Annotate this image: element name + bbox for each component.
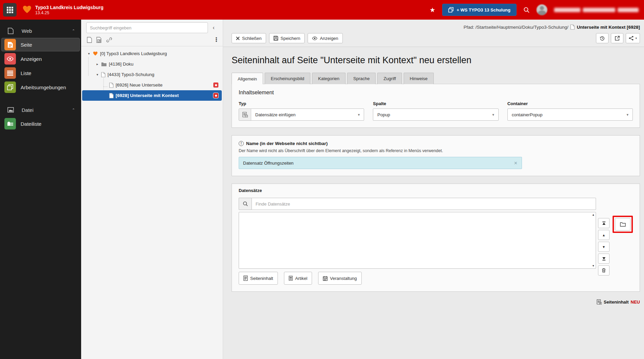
add-veranstaltung-button[interactable]: Veranstaltung (318, 272, 362, 285)
page-icon (570, 24, 575, 30)
new-page-from-clipboard-icon[interactable] (96, 37, 102, 43)
trash-icon (602, 268, 606, 273)
name-field-label: Name (in der Webseite nicht sichtbar) (246, 141, 328, 146)
site-title: Typo3 Landkreis Ludwigsburg (35, 5, 103, 10)
move-to-bottom-button[interactable] (598, 254, 610, 264)
site-identity: Typo3 Landkreis Ludwigsburg 13.4.25 (35, 5, 103, 15)
tree-node-neue-unterseite[interactable]: [6926] Neue Unterseite (82, 80, 222, 90)
folder-icon (101, 62, 107, 67)
restricted-page-badge (213, 82, 218, 88)
workspace-versions-icon (448, 7, 454, 13)
history-button[interactable] (596, 33, 609, 43)
user-display-name-redacted[interactable] (554, 8, 639, 12)
tree-node-typo3-schulung[interactable]: ▾ [4433] Typo3-Schulung (82, 69, 222, 80)
mount-link-icon[interactable] (106, 37, 112, 43)
module-item-arbeitsumgebungen[interactable]: Arbeitsumgebungen (1, 80, 80, 94)
add-artikel-button[interactable]: Artikel (284, 272, 312, 285)
liste-module-icon (4, 67, 16, 79)
tab-sprache[interactable]: Sprache (347, 73, 376, 84)
restricted-page-badge (213, 93, 218, 98)
arbeitsumgebungen-module-icon (4, 81, 16, 93)
typ-select[interactable]: Datensätze einfügen ▾ (239, 109, 364, 121)
module-menu: Web ⌃ Seite Anzeigen Liste Arbeits (0, 20, 81, 359)
user-avatar[interactable] (536, 4, 547, 15)
tab-allgemein[interactable]: Allgemein (232, 73, 263, 84)
folder-icon (620, 222, 626, 227)
spalte-select[interactable]: Popup ▾ (373, 109, 498, 121)
container-select[interactable]: containerPopup ▾ (507, 109, 633, 121)
field-spalte: Spalte Popup ▾ (373, 101, 498, 121)
add-seiteninhalt-button[interactable]: Seiteninhalt (239, 272, 278, 285)
chevron-down-icon[interactable]: ▾ (87, 52, 91, 55)
page-title: Seiteninhalt auf Seite "Unterseite mit K… (232, 55, 640, 66)
module-item-anzeigen[interactable]: Anzeigen (1, 52, 80, 66)
content-element-icon (243, 276, 248, 281)
chevron-down-icon: ▾ (354, 113, 364, 117)
module-menu-toggle-button[interactable] (3, 3, 17, 17)
browse-records-button[interactable] (615, 218, 630, 231)
page-icon (109, 82, 114, 88)
form-tabs: Allgemein Erscheinungsbild Kategorien Sp… (232, 72, 640, 84)
scroll-down-icon[interactable]: ▼ (592, 264, 595, 267)
page-tree-panel: ‹ ••• ▾ [0] Typo3 (81, 20, 223, 359)
tree-search-input[interactable] (86, 22, 208, 33)
delete-button[interactable] (598, 265, 610, 276)
chevron-right-icon[interactable]: ▸ (95, 62, 100, 66)
section-datensaetze: Datensätze ▲ ▼ (232, 184, 640, 292)
scroll-up-icon[interactable]: ▲ (592, 213, 595, 216)
info-icon: ! (239, 141, 244, 146)
tab-zugriff[interactable]: Zugriff (377, 73, 402, 84)
open-in-new-window-button[interactable] (611, 33, 623, 43)
page-icon (109, 93, 114, 98)
tab-erscheinungsbild[interactable]: Erscheinungsbild (265, 73, 310, 84)
field-container: Container containerPopup ▾ (507, 101, 633, 121)
bookmark-star-icon[interactable]: ★ (430, 6, 435, 14)
topbar: Typo3 Landkreis Ludwigsburg 13.4.25 ★ + … (0, 0, 644, 20)
module-item-seite[interactable]: Seite (1, 38, 80, 51)
new-content-element-link[interactable]: Seiteninhalt NEU (232, 299, 640, 305)
eye-icon (312, 37, 317, 40)
name-field-description: Der Name wird nicht als Überschrift über… (239, 148, 633, 153)
page-icon (101, 72, 105, 77)
tree-node-unterseite-mit-kontext[interactable]: [6928] Unterseite mit Kontext (82, 90, 222, 101)
tree-node-doku[interactable]: ▸ [4136] Doku (82, 59, 222, 69)
tab-hinweise[interactable]: Hinweise (404, 73, 434, 84)
tree-more-menu-icon[interactable]: ••• (213, 37, 219, 42)
calendar-icon (323, 276, 328, 281)
view-button[interactable]: Anzeigen (308, 33, 342, 43)
name-input[interactable] (239, 161, 510, 166)
collapse-navigation-icon[interactable]: ‹ (208, 25, 219, 31)
dateiliste-module-icon (4, 118, 16, 129)
datensaetze-listbox[interactable]: ▲ ▼ (239, 212, 596, 269)
breadcrumb-path: Pfad: /Startseite/Hauptmenü/Doku/Typo3-S… (463, 25, 568, 30)
close-button[interactable]: Schließen (232, 33, 266, 43)
breadcrumb: Pfad: /Startseite/Hauptmenü/Doku/Typo3-S… (232, 23, 640, 31)
doc-header: Pfad: /Startseite/Hauptmenü/Doku/Typo3-S… (223, 20, 644, 47)
datensaetze-search-group (239, 198, 596, 210)
workspace-button[interactable]: + WS TYPO3 13 Schulung (442, 4, 517, 16)
move-down-button[interactable]: ▼ (598, 242, 610, 252)
share-menu-button[interactable]: ▾ (626, 33, 640, 43)
article-icon (289, 276, 293, 281)
clear-field-icon[interactable]: ✕ (510, 161, 522, 166)
web-group-icon (7, 28, 14, 34)
tree-node-root[interactable]: ▾ [0] Typo3 Landkreis Ludwigsburg (82, 48, 222, 59)
module-item-liste[interactable]: Liste (1, 66, 80, 80)
module-item-dateiliste[interactable]: Dateiliste (1, 117, 80, 130)
datensaetze-search-input[interactable] (252, 198, 596, 210)
tab-kategorien[interactable]: Kategorien (312, 73, 345, 84)
save-button[interactable]: Speichern (269, 33, 305, 43)
highlight-annotation (613, 216, 633, 233)
move-up-button[interactable]: ▲ (598, 230, 610, 240)
chevron-down-icon[interactable]: ▾ (95, 73, 100, 76)
module-group-web[interactable]: Web ⌃ (0, 24, 81, 37)
share-icon (629, 36, 634, 41)
chevron-down-icon: ▾ (622, 113, 633, 117)
section-name: ! Name (in der Webseite nicht sichtbar) … (232, 135, 640, 176)
grid-icon (7, 7, 13, 13)
module-group-datei[interactable]: Datei ⌃ (0, 103, 81, 116)
search-icon[interactable] (523, 7, 530, 13)
new-page-icon[interactable] (87, 37, 92, 43)
content-element-new-icon (597, 299, 602, 305)
move-to-top-button[interactable] (598, 218, 610, 228)
